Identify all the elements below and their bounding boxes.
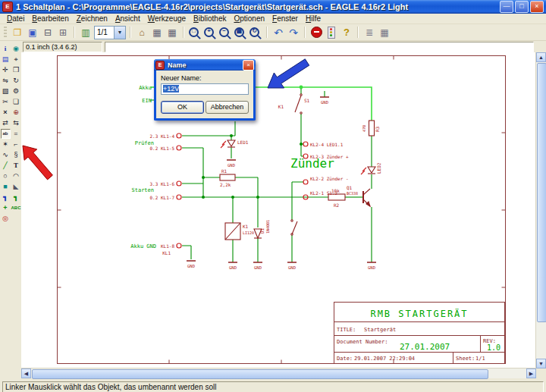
dialog-close-icon[interactable]: × [243,60,254,71]
zoom-redraw-icon[interactable]: ↻ [249,26,262,39]
dialog-title-bar[interactable]: E Name × [154,59,256,71]
menu-optionen[interactable]: Optionen [230,14,268,23]
replace-tool-icon[interactable]: ⇆ [11,118,21,128]
sheet-selector[interactable]: 1/1 ▾ [94,26,126,39]
scroll-down-arrow[interactable]: ▼ [536,359,546,368]
use-library-icon[interactable]: ⌂ [135,26,149,39]
restore-button[interactable]: □ [515,1,529,13]
label-tool-icon[interactable]: ABC [11,203,21,213]
mirror-tool-icon[interactable]: ⇋ [1,76,11,86]
scroll-up-arrow[interactable]: ▲ [536,52,546,62]
mark-tool-icon[interactable]: ⌖ [11,55,21,64]
menu-bibliothek[interactable]: Bibliothek [190,14,230,23]
new-name-input[interactable]: +12V [161,83,249,95]
stop-icon[interactable] [309,26,323,39]
pinswap-tool-icon[interactable]: ⇄ [1,118,11,128]
horizontal-scroll-thumb[interactable] [32,369,488,379]
group-tool-icon[interactable]: ▧ [1,86,11,96]
value-tool-icon[interactable]: = [11,129,21,139]
zoom-out-icon[interactable]: − [218,26,232,39]
value-label-r3: 470 [362,125,366,132]
junction-tool-icon[interactable]: + [1,203,11,213]
command-line-input[interactable] [105,42,534,52]
pin-label-kl1-4: 2.3 KL1-4 [149,133,174,139]
part-label-r2: R2 [334,202,340,208]
zoom-fit-icon[interactable]: □ [188,26,202,39]
cam-processor-icon[interactable]: ⊞ [56,26,70,39]
window-title: 1 Schaltplan - C:\Programme\EAGLE-4.16r2… [16,2,498,11]
pin-label-kl1-7: 0.2 KL1-7 [149,195,174,200]
change-tool-icon[interactable]: ⚙ [11,86,21,96]
menu-hilfe[interactable]: Hilfe [302,14,325,23]
net-tool-icon[interactable]: ┓ [11,193,21,202]
label-akku[interactable]: Akku [139,85,152,91]
vertical-scrollbar[interactable]: ▲ ▼ [535,52,546,368]
name-tool-icon[interactable]: ab [1,129,11,139]
split-tool-icon[interactable]: ∿ [1,150,11,160]
menu-bearbeiten[interactable]: Bearbeiten [28,14,72,23]
move-tool-icon[interactable]: ✛ [1,65,11,75]
copy-tool-icon[interactable]: ❒ [11,65,21,75]
menu-datei[interactable]: Datei [3,14,28,23]
horizontal-scrollbar[interactable]: ◀ ▶ [21,368,536,378]
label-starten[interactable]: Starten [131,187,154,193]
schematic-canvas[interactable]: Akku EIN Prüfen Starten Akku GND Zünder … [21,52,546,378]
cut-tool-icon[interactable]: ✂ [1,97,11,107]
polygon-tool-icon[interactable]: ◣ [11,182,21,192]
open-icon[interactable]: ❐ [11,26,24,39]
smash-tool-icon[interactable]: ✶ [1,140,11,149]
zoom-select-icon[interactable]: ▦ [234,26,247,39]
traffic-light-icon[interactable] [325,26,338,39]
schematic-drawing[interactable]: Akku EIN Prüfen Starten Akku GND Zünder … [21,52,536,368]
text-tool-icon[interactable]: T [11,161,21,171]
menu-werkzeuge[interactable]: Werkzeuge [144,14,190,23]
circle-tool-icon[interactable]: ○ [1,171,11,181]
label-ein[interactable]: EIN [142,98,152,104]
bus-tool-icon[interactable]: ┓ [1,193,11,202]
undo-icon[interactable]: ↶ [271,26,285,39]
editor-area: 0.1 inch (3.4 6.2) [21,41,546,378]
menu-fenster[interactable]: Fenster [268,14,302,23]
script-icon[interactable]: ▦ [150,26,164,39]
info-tool-icon[interactable]: i [1,44,11,54]
scroll-right-arrow[interactable]: ▶ [526,368,536,378]
toolbar-separator [266,27,268,38]
menu-bar: Datei Bearbeiten Zeichnen Ansicht Werkze… [0,14,546,24]
delete-tool-icon[interactable]: × [1,108,11,118]
minimize-button[interactable]: — [500,1,513,13]
scroll-left-arrow[interactable]: ◀ [21,368,31,378]
menu-ansicht[interactable]: Ansicht [111,14,144,23]
chevron-down-icon[interactable]: ▾ [114,27,125,39]
zoom-in-icon[interactable]: + [203,26,217,39]
add-tool-icon[interactable]: ⊕ [11,108,21,118]
erc-tool-icon[interactable]: ◎ [1,214,11,224]
grid-icon[interactable]: ▦ [378,26,391,39]
ok-button[interactable]: OK [161,101,204,114]
close-button[interactable]: × [530,1,544,13]
label-akku-gnd[interactable]: Akku GND [130,243,156,249]
board-editor-icon[interactable]: ▥ [79,26,93,39]
display-tool-icon[interactable]: ▤ [1,55,11,64]
arc-tool-icon[interactable]: ◠ [11,171,21,181]
run-icon[interactable]: ▦ [165,26,179,39]
vertical-scroll-thumb[interactable] [537,63,546,322]
menu-zeichnen[interactable]: Zeichnen [73,14,111,23]
save-icon[interactable]: ▣ [26,26,39,39]
invoke-tool-icon[interactable]: § [11,150,21,160]
titleblock-title-label: TITLE: [337,327,356,333]
cancel-button[interactable]: Abbrechen [206,101,249,114]
rect-tool-icon[interactable]: ■ [1,182,11,192]
show-tool-icon[interactable]: ◉ [11,44,21,54]
redo-icon[interactable]: ↷ [287,26,300,39]
miter-tool-icon[interactable]: ⌐ [11,140,21,149]
help-icon[interactable]: ? [340,26,353,39]
zoom-redraw-mark: ↻ [251,27,258,34]
wire-tool-icon[interactable]: ╱ [1,161,11,171]
title-bar: E 1 Schaltplan - C:\Programme\EAGLE-4.16… [0,0,546,14]
print-icon[interactable]: ⊟ [41,26,55,39]
command-texts-icon[interactable]: ≣ [362,26,376,39]
pin-label-kl1-5: 0.2 KL1-5 [149,146,174,151]
paste-tool-icon[interactable]: ❏ [11,97,21,107]
dialog-body: Neuer Name: +12V OK Abbrechen [156,71,253,118]
rotate-tool-icon[interactable]: ↻ [11,76,21,86]
